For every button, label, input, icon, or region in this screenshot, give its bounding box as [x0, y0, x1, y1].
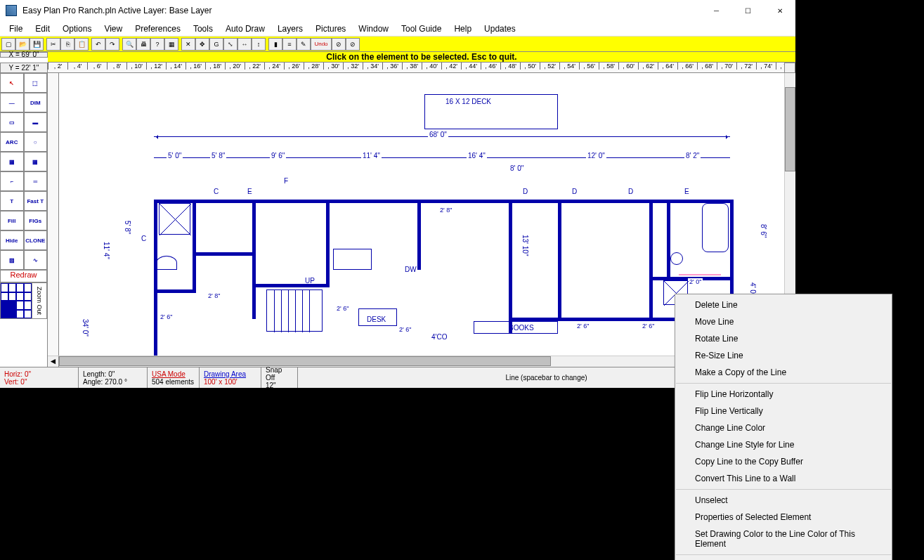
- cm-search-for-another-element-at-this-location[interactable]: Search For Another Element at This Locat…: [675, 557, 892, 560]
- sink-icon: [670, 252, 683, 265]
- redo2-button[interactable]: ⊘: [332, 38, 346, 51]
- del-button[interactable]: ✕: [181, 38, 195, 51]
- menu-preferences[interactable]: Preferences: [129, 22, 187, 35]
- cm-flip-line-vertically[interactable]: Flip Line Vertically: [675, 403, 892, 419]
- cm-unselect[interactable]: Unselect: [675, 492, 892, 509]
- print-button[interactable]: 🖶: [136, 38, 150, 51]
- cm-make-a-copy-of-the-line[interactable]: Make a Copy of the Line: [675, 364, 892, 381]
- tool-2-0[interactable]: ▭: [0, 112, 24, 132]
- menu-window[interactable]: Window: [352, 22, 395, 35]
- status-elements: 504 elements: [152, 378, 195, 386]
- copy-button[interactable]: ⎘: [60, 38, 74, 51]
- maximize-button[interactable]: ☐: [732, 1, 764, 20]
- window-title: Easy Plan Pro Ranch.pln Active Layer: Ba…: [22, 6, 212, 15]
- cm-delete-line[interactable]: Delete Line: [675, 297, 892, 313]
- tool-9-0[interactable]: ▨: [0, 250, 24, 270]
- books-outline: [474, 321, 558, 334]
- menu-tools[interactable]: Tools: [187, 22, 219, 35]
- redraw-button[interactable]: Redraw: [0, 270, 47, 282]
- navigator-grid[interactable]: Zoom Out: [0, 282, 47, 319]
- vdim-button[interactable]: ↕: [252, 38, 266, 51]
- status-angle: Angle: 270.0 °: [83, 378, 143, 386]
- menu-edit[interactable]: Edit: [29, 22, 56, 35]
- menu-updates[interactable]: Updates: [478, 22, 522, 35]
- menu-view[interactable]: View: [98, 22, 129, 35]
- cm-set-drawing-color-to-the-line-color-of-this-element[interactable]: Set Drawing Color to the Line Color of T…: [675, 526, 892, 552]
- ruler-vertical[interactable]: [48, 73, 59, 356]
- cm-properties-of-selected-element[interactable]: Properties of Selected Element: [675, 509, 892, 526]
- floor-plan: 16 X 12 DECK 68' 0" 5' 0" 5' 8" 9' 6" 11…: [73, 94, 776, 356]
- tool-0-0[interactable]: ↖: [0, 73, 24, 93]
- rot-button[interactable]: G: [209, 38, 223, 51]
- hint-bar: Click on the element to be selected. Esc…: [48, 52, 795, 63]
- menu-help[interactable]: Help: [448, 22, 478, 35]
- noentry-button[interactable]: ⊘: [346, 38, 360, 51]
- colors-button[interactable]: ▮: [268, 38, 282, 51]
- undo-button[interactable]: ↶: [91, 38, 105, 51]
- tool-6-0[interactable]: T: [0, 191, 24, 211]
- open-button[interactable]: 📂: [15, 38, 30, 51]
- tool-1-0[interactable]: —: [0, 93, 24, 112]
- zoom-out-button[interactable]: Zoom Out: [32, 283, 46, 318]
- tool-1-1[interactable]: DIM: [24, 93, 48, 112]
- cm-change-line-style-for-line[interactable]: Change Line Style for Line: [675, 436, 892, 453]
- cm-convert-this-line-to-a-wall[interactable]: Convert This Line to a Wall: [675, 470, 892, 487]
- help-button[interactable]: ?: [150, 38, 164, 51]
- ruler-horizontal[interactable]: , 2', 4', 6', 8', 10', 12', 14', 16', 18…: [48, 63, 784, 73]
- tool-4-1[interactable]: ▦: [24, 152, 48, 171]
- minimize-button[interactable]: ─: [701, 1, 732, 20]
- cm-re-size-line[interactable]: Re-Size Line: [675, 347, 892, 364]
- tool-5-0[interactable]: ⌐: [0, 171, 24, 191]
- tool-9-1[interactable]: ∿: [24, 250, 48, 270]
- menu-pictures[interactable]: Pictures: [309, 22, 352, 35]
- status-vert: Vert: 0": [4, 378, 74, 386]
- cm-rotate-line[interactable]: Rotate Line: [675, 330, 892, 347]
- tool-2-1[interactable]: ▬: [24, 112, 48, 132]
- tool-8-0[interactable]: Hide: [0, 230, 24, 250]
- move-button[interactable]: ✥: [195, 38, 209, 51]
- menu-auto-draw[interactable]: Auto Draw: [219, 22, 271, 35]
- tool-8-1[interactable]: CLONE: [24, 230, 48, 250]
- tool-7-1[interactable]: FIGs: [24, 211, 48, 230]
- close-button[interactable]: ✕: [764, 1, 795, 20]
- tool-5-1[interactable]: ═: [24, 171, 48, 191]
- menu-options[interactable]: Options: [56, 22, 98, 35]
- cut-button[interactable]: ✂: [46, 38, 60, 51]
- cm-change-line-color[interactable]: Change Line Color: [675, 419, 892, 436]
- new-button[interactable]: ▢: [1, 38, 15, 51]
- cm-copy-line-to-the-copy-buffer[interactable]: Copy Line to the Copy Buffer: [675, 453, 892, 470]
- app-icon: [6, 5, 17, 16]
- status-horiz: Horiz: 0": [4, 370, 74, 378]
- status-mode[interactable]: USA Mode: [152, 370, 195, 378]
- tool-3-0[interactable]: ARC: [0, 132, 24, 152]
- tool-7-0[interactable]: Fill: [0, 211, 24, 230]
- undo2-button[interactable]: Undo: [311, 38, 332, 51]
- resize-button[interactable]: ⤡: [223, 38, 237, 51]
- menu-tool-guide[interactable]: Tool Guide: [395, 22, 448, 35]
- cm-move-line[interactable]: Move Line: [675, 313, 892, 330]
- status-snap[interactable]: Snap Off: [266, 366, 293, 382]
- redo-button[interactable]: ↷: [105, 38, 119, 51]
- status-area-label[interactable]: Drawing Area: [204, 370, 256, 378]
- zoom-button[interactable]: 🔍: [122, 38, 136, 51]
- island: [333, 249, 372, 270]
- tool-6-1[interactable]: Fast T: [24, 191, 48, 211]
- titlebar: Easy Plan Pro Ranch.pln Active Layer: Ba…: [0, 0, 795, 21]
- desk-outline: [358, 308, 397, 326]
- paste-button[interactable]: 📋: [74, 38, 89, 51]
- cm-flip-line-horizontally[interactable]: Flip Line Horizontally: [675, 386, 892, 403]
- bathtub-icon: [702, 203, 729, 252]
- tool-4-0[interactable]: ▦: [0, 152, 24, 171]
- tool-3-1[interactable]: ○: [24, 132, 48, 152]
- grid-button[interactable]: ▦: [164, 38, 178, 51]
- save-button[interactable]: 💾: [30, 38, 44, 51]
- menu-layers[interactable]: Layers: [271, 22, 309, 35]
- wall-north: [154, 200, 734, 203]
- menu-file[interactable]: File: [3, 22, 29, 35]
- menubar: FileEditOptionsViewPreferencesToolsAuto …: [0, 21, 795, 37]
- tool-0-1[interactable]: ⬚: [24, 73, 48, 93]
- style-button[interactable]: ≡: [282, 38, 297, 51]
- selected-line[interactable]: [679, 274, 721, 275]
- draw-button[interactable]: ✎: [297, 38, 311, 51]
- hdim-button[interactable]: ↔: [237, 38, 252, 51]
